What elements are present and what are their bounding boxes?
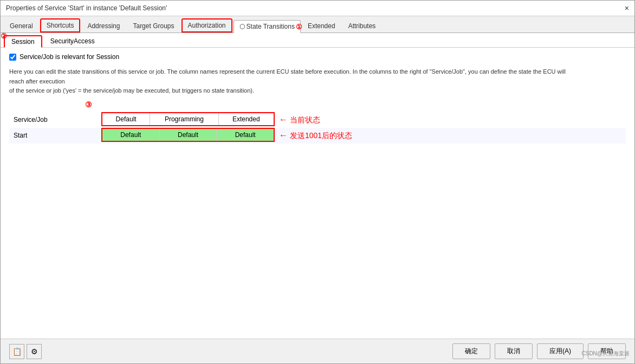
inner-header-row: Default Programming Extended [102,113,274,125]
annotation-1: ① [296,23,302,31]
content-area: ② Session SecurityAccess Service/Job is … [1,33,634,339]
tab-authorization[interactable]: Authorization [182,18,232,32]
service-job-value: Start [9,128,101,144]
table-data-row: Start Default Default Default [9,128,626,144]
settings-icon: ⚙ [31,347,38,356]
footer-bar: 📋 ⚙ 确定 取消 应用(A) 帮助 [1,339,634,363]
inner-values-row: Default Default Default [102,129,274,141]
header-red-box: Default Programming Extended [101,112,275,126]
tab-extended[interactable]: Extended [302,20,341,32]
current-state-label: ← 当前状态 [275,112,626,128]
annotation-2: ② [1,33,7,40]
tab-shortcuts[interactable]: Shortcuts [40,18,81,32]
tabs-bar: General Shortcuts Addressing Target Grou… [1,16,634,33]
sub-tabs-bar: ② Session SecurityAccess [1,33,634,48]
state-table: Service/Job Default Programming Extended [9,112,626,144]
session-relevant-checkbox[interactable] [9,54,16,61]
arrow-left-1: ← [279,115,288,124]
after-state-label: ← 发送1001后的状态 [275,128,626,144]
tab-addressing[interactable]: Addressing [81,20,126,32]
col-extended-header: Extended [218,113,274,125]
window-title: Properties of Service 'Start' in instanc… [6,4,167,12]
annotation-3: ③ [85,100,92,109]
table-header-row: Service/Job Default Programming Extended [9,112,626,128]
main-content: Service/Job is relevant for Session Here… [1,48,634,339]
state-values-cell: Default Default Default [101,128,275,144]
service-job-header: Service/Job [9,112,101,128]
cancel-button[interactable]: 取消 [495,343,533,359]
state-columns-header: Default Programming Extended [101,112,275,128]
val-default: Default [102,129,159,141]
clipboard-icon-btn[interactable]: 📋 [9,344,24,359]
sub-tab-session[interactable]: ② Session [4,35,42,48]
session-relevant-label: Service/Job is relevant for Session [20,53,119,61]
tab-state-transitions[interactable]: ⬡State Transitions ① [234,20,301,33]
values-inner-table: Default Default Default [102,129,274,141]
close-button[interactable]: × [625,4,629,12]
values-red-box: Default Default Default [101,128,275,142]
description-text: Here you can edit the state transitions … [9,67,578,96]
arrow-left-2: ← [279,131,288,140]
title-bar: Properties of Service 'Start' in instanc… [1,1,634,16]
state-transitions-icon: ⬡ [239,23,245,30]
val-programming: Default [159,129,217,141]
tab-target-groups[interactable]: Target Groups [127,20,180,32]
table-section: ③ Service/Job [9,112,626,144]
col-programming-header: Programming [150,113,218,125]
col-default-header: Default [102,113,150,125]
checkbox-row: Service/Job is relevant for Session [9,53,626,61]
tab-general[interactable]: General [4,20,39,32]
main-window: Properties of Service 'Start' in instanc… [0,0,635,364]
sub-tab-security-access[interactable]: SecurityAccess [43,35,102,47]
clipboard-icon: 📋 [12,347,22,356]
ok-button[interactable]: 确定 [452,343,490,359]
watermark: CSDN@大鱼海棠派 [582,350,630,358]
val-extended: Default [217,129,274,141]
header-inner-table: Default Programming Extended [102,113,274,125]
apply-button[interactable]: 应用(A) [537,343,584,359]
footer-icons: 📋 ⚙ [9,344,42,359]
settings-icon-btn[interactable]: ⚙ [27,344,42,359]
tab-attributes[interactable]: Attributes [342,20,382,32]
